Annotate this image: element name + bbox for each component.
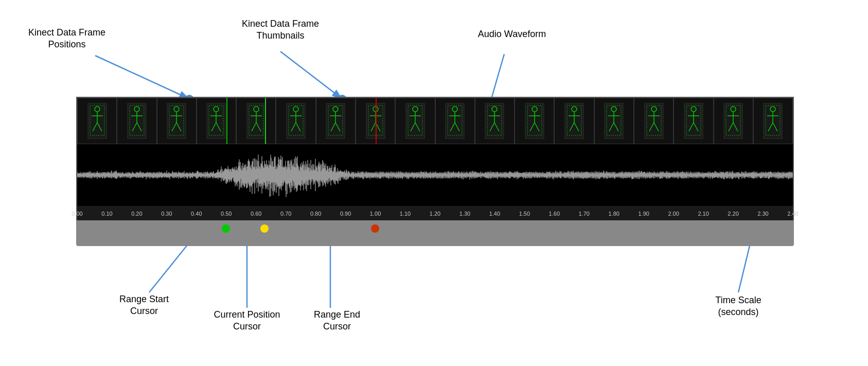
ruler-label-17: 1.70 — [579, 211, 590, 217]
thumbnail-16 — [714, 98, 753, 144]
thumbnail-14 — [634, 98, 674, 144]
gray-bar — [76, 220, 794, 246]
ruler-label-13: 1.30 — [459, 211, 470, 217]
waveform-canvas — [77, 144, 793, 206]
kinect-data-frame-thumbnails-label: Kinect Data Frame Thumbnails — [226, 18, 334, 42]
ruler-label-0: 0.00 — [72, 211, 82, 217]
timeline-container[interactable]: 0.000.100.200.300.400.500.600.700.800.90… — [76, 97, 794, 220]
range-end-cursor-marker[interactable] — [371, 224, 379, 233]
ruler-label-24: 2.40 — [787, 211, 798, 217]
time-scale-label: Time Scale(seconds) — [689, 294, 787, 319]
time-ruler: 0.000.100.200.300.400.500.600.700.800.90… — [77, 206, 793, 221]
thumbnail-3 — [197, 98, 236, 144]
ruler-label-22: 2.20 — [728, 211, 738, 217]
ruler-label-16: 1.60 — [549, 211, 560, 217]
range-start-cursor-label: Range StartCursor — [95, 293, 193, 318]
thumbnail-15 — [674, 98, 713, 144]
ruler-label-3: 0.30 — [161, 211, 172, 217]
ruler-label-23: 2.30 — [757, 211, 768, 217]
ruler-label-19: 1.90 — [638, 211, 649, 217]
svg-line-1 — [95, 56, 189, 99]
kinect-data-frame-positions-label: Kinect Data Frame Positions — [15, 27, 118, 51]
ruler-label-9: 0.90 — [340, 211, 351, 217]
thumbnail-17 — [753, 98, 793, 144]
ruler-label-4: 0.40 — [191, 211, 202, 217]
ruler-label-12: 1.20 — [430, 211, 440, 217]
ruler-label-21: 2.10 — [698, 211, 708, 217]
range-end-cursor-label: Range EndCursor — [293, 309, 381, 333]
current-position-cursor-marker[interactable] — [260, 224, 269, 233]
thumbnail-8 — [395, 98, 435, 144]
thumbnail-10 — [475, 98, 515, 144]
thumbnail-0 — [77, 98, 117, 144]
thumbnail-6 — [316, 98, 356, 144]
ruler-label-2: 0.20 — [131, 211, 142, 217]
ruler-label-14: 1.40 — [489, 211, 500, 217]
ruler-label-7: 0.70 — [280, 211, 291, 217]
ruler-label-1: 0.10 — [101, 211, 112, 217]
ruler-label-11: 1.10 — [400, 211, 411, 217]
thumbnail-1 — [117, 98, 156, 144]
ruler-label-10: 1.00 — [370, 211, 381, 217]
ruler-label-6: 0.60 — [251, 211, 261, 217]
ruler-label-18: 1.80 — [609, 211, 619, 217]
ruler-label-15: 1.50 — [519, 211, 530, 217]
thumbnail-5 — [276, 98, 315, 144]
thumbnail-4 — [236, 98, 276, 144]
audio-waveform-label: Audio Waveform — [458, 28, 566, 40]
thumbnail-2 — [157, 98, 197, 144]
thumbnail-9 — [435, 98, 475, 144]
ruler-label-20: 2.00 — [668, 211, 679, 217]
ruler-label-5: 0.50 — [221, 211, 232, 217]
thumbnail-12 — [554, 98, 594, 144]
thumbnail-11 — [515, 98, 554, 144]
current-position-cursor-label: Current PositionCursor — [190, 309, 304, 333]
thumbnail-13 — [594, 98, 634, 144]
thumbnails-row — [77, 98, 793, 144]
svg-line-3 — [280, 51, 342, 99]
ruler-label-8: 0.80 — [310, 211, 321, 217]
waveform-area — [77, 144, 793, 206]
range-start-cursor-marker[interactable] — [222, 224, 230, 233]
